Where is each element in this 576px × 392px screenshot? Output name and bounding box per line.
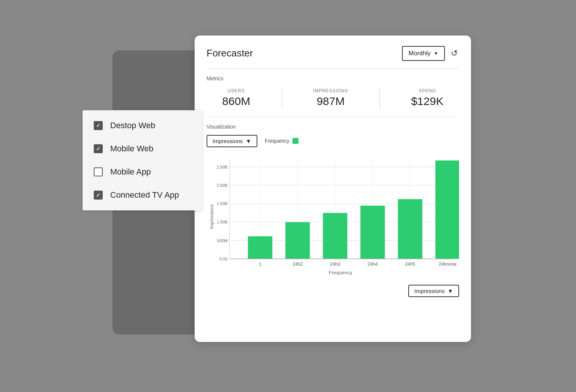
card-header: Forecaster Monthly ▼ ↺: [207, 46, 459, 61]
viz-controls: Impressions ▼ Frequency: [207, 135, 459, 147]
period-dropdown[interactable]: Monthly ▼: [402, 46, 445, 61]
checkbox-item-0[interactable]: ✓Destop Web: [83, 114, 202, 137]
main-card: Forecaster Monthly ▼ ↺ Metrics USERS 860…: [195, 36, 471, 342]
bar-2: [285, 222, 310, 259]
checkbox-box-2: [94, 167, 103, 176]
metric-spend: SPEND $129K: [411, 88, 443, 108]
metrics-section: Metrics USERS 860M IMPRESSIONS 987M SPEN…: [207, 75, 459, 109]
svg-text:2.00B: 2.00B: [217, 183, 227, 188]
viz-label: Visualization: [207, 124, 459, 130]
metric-impressions-label: IMPRESSIONS: [313, 88, 348, 93]
checkmark-icon-0: ✓: [96, 123, 100, 129]
checkbox-item-2[interactable]: Mobile App: [83, 160, 202, 183]
metrics-row: USERS 860M IMPRESSIONS 987M SPEND $129K: [207, 87, 459, 109]
checkbox-label-2: Mobile App: [110, 167, 151, 177]
metrics-label: Metrics: [207, 75, 459, 81]
bar-6: [435, 160, 459, 259]
refresh-button[interactable]: ↺: [449, 47, 459, 60]
svg-text:24h2: 24h2: [292, 262, 303, 267]
metric-users-value: 860M: [222, 95, 250, 108]
checkbox-label-0: Destop Web: [110, 121, 155, 130]
metric-divider-2: [380, 87, 380, 109]
bottom-dropdown-label: Impressions: [414, 288, 445, 294]
page-title: Forecaster: [207, 47, 253, 59]
chart-container: Impressions 0.00 500M 1: [207, 153, 459, 280]
y-axis-label: Impressions: [209, 204, 214, 229]
metric-spend-value: $129K: [411, 95, 443, 108]
visualization-section: Visualization Impressions ▼ Frequency Im…: [207, 124, 459, 280]
svg-text:1: 1: [259, 262, 261, 267]
svg-text:1.00B: 1.00B: [217, 220, 227, 224]
bar-5: [398, 199, 422, 259]
svg-text:0.00: 0.00: [219, 256, 227, 261]
bar-3: [323, 213, 347, 259]
period-label: Monthly: [409, 50, 431, 57]
checkbox-label-3: Connected TV App: [110, 190, 179, 200]
viz-dropdown-label: Impressions: [213, 138, 243, 144]
svg-text:24h4: 24h4: [368, 262, 378, 267]
checkmark-icon-3: ✓: [96, 192, 100, 198]
viz-metric-dropdown[interactable]: Impressions ▼: [207, 135, 257, 147]
checkbox-label-1: Mobile Web: [110, 144, 154, 154]
metric-divider-1: [282, 87, 282, 109]
header-divider: [207, 68, 459, 69]
metrics-divider: [207, 117, 459, 117]
svg-text:2.50B: 2.50B: [217, 164, 227, 169]
bottom-chevron-icon: ▼: [448, 288, 453, 294]
svg-text:Frequency: Frequency: [329, 269, 352, 275]
bottom-metric-dropdown[interactable]: Impressions ▼: [408, 285, 459, 297]
bar-4: [360, 206, 385, 259]
checkbox-box-3: ✓: [94, 191, 103, 200]
metric-users: USERS 860M: [222, 88, 250, 108]
checkbox-box-0: ✓: [94, 121, 103, 130]
legend-frequency: Frequency: [265, 138, 298, 144]
svg-text:24h3: 24h3: [330, 262, 340, 267]
checkbox-item-3[interactable]: ✓Connected TV App: [83, 183, 202, 207]
checkmark-icon-1: ✓: [96, 146, 100, 152]
svg-text:1.50B: 1.50B: [217, 201, 227, 206]
svg-text:500M: 500M: [217, 238, 227, 243]
refresh-icon: ↺: [451, 49, 458, 58]
metric-spend-label: SPEND: [411, 88, 443, 93]
checkbox-box-1: ✓: [94, 144, 103, 153]
bottom-controls: Impressions ▼: [207, 285, 459, 297]
checkbox-item-1[interactable]: ✓Mobile Web: [83, 137, 202, 160]
viz-chevron-icon: ▼: [246, 138, 251, 144]
metric-impressions-value: 987M: [313, 95, 348, 108]
bar-1: [248, 236, 273, 259]
metric-impressions: IMPRESSIONS 987M: [313, 88, 348, 108]
chevron-down-icon: ▼: [434, 51, 438, 56]
bar-chart: Impressions 0.00 500M 1: [207, 153, 459, 280]
legend-color-box: [292, 138, 298, 144]
metric-users-label: USERS: [222, 88, 250, 93]
checkbox-panel: ✓Destop Web✓Mobile WebMobile App✓Connect…: [83, 110, 202, 210]
svg-text:24h5: 24h5: [405, 262, 415, 267]
svg-text:24hnone: 24hnone: [439, 262, 456, 267]
header-right: Monthly ▼ ↺: [402, 46, 459, 61]
scene: ✓Destop Web✓Mobile WebMobile App✓Connect…: [83, 28, 493, 364]
legend-label: Frequency: [265, 138, 289, 144]
